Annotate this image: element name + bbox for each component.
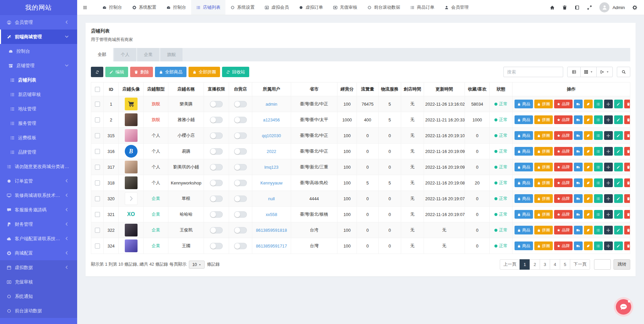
move-action-button[interactable] bbox=[604, 194, 613, 203]
owner-user-link[interactable]: null bbox=[268, 196, 275, 201]
row-checkbox[interactable] bbox=[95, 102, 100, 107]
owner-user-link[interactable]: Kennyyauw bbox=[260, 180, 282, 185]
sidebar-item[interactable]: 装修商城请联系技术人员 bbox=[0, 188, 77, 203]
move-action-button[interactable] bbox=[604, 115, 613, 124]
sidebar-item[interactable]: 虚拟数据 bbox=[0, 260, 77, 275]
owner-user-link[interactable]: a123456 bbox=[263, 117, 280, 122]
goods-action-button[interactable]: 商品 bbox=[515, 178, 533, 187]
groupbuy-action-button[interactable]: 拼團 bbox=[534, 115, 553, 124]
detail-list-action-button[interactable] bbox=[594, 100, 603, 108]
delete-action-button[interactable] bbox=[624, 131, 630, 140]
sidebar-item[interactable]: 订单监管 bbox=[0, 174, 77, 188]
sidebar-item[interactable]: 控制台 bbox=[0, 44, 77, 58]
row-checkbox[interactable] bbox=[95, 196, 100, 201]
groupbuy-action-button[interactable]: 拼團 bbox=[534, 163, 553, 171]
next-page-button[interactable]: 下一頁 bbox=[570, 259, 590, 270]
prev-page-button[interactable]: 上一頁 bbox=[500, 259, 520, 270]
topnav-tab[interactable]: 控制台 bbox=[161, 0, 191, 15]
sidebar-item[interactable]: 充值审核 bbox=[0, 275, 77, 289]
row-checkbox[interactable] bbox=[95, 228, 100, 233]
delete-button[interactable]: 删除 bbox=[130, 67, 153, 77]
brand-action-button[interactable]: 品牌 bbox=[554, 241, 573, 250]
groupbuy-action-button[interactable]: 拼團 bbox=[534, 210, 553, 219]
move-action-button[interactable] bbox=[604, 178, 613, 187]
row-checkbox[interactable] bbox=[95, 244, 100, 249]
detail-view-button[interactable] bbox=[567, 67, 581, 77]
sidebar-item[interactable]: 会员管理 bbox=[0, 15, 77, 30]
sidebar-item[interactable]: 客户端配置请联系技术人员 bbox=[0, 231, 77, 246]
page-button[interactable]: 4 bbox=[550, 259, 560, 270]
sidebar-item[interactable]: 地址管理 bbox=[0, 102, 77, 116]
topnav-tab[interactable]: 虚拟订单 bbox=[294, 0, 328, 15]
brand-action-button[interactable]: 品牌 bbox=[554, 131, 573, 140]
goods-action-button[interactable]: 商品 bbox=[515, 147, 533, 156]
detail-list-action-button[interactable] bbox=[594, 210, 603, 219]
delete-action-button[interactable] bbox=[624, 210, 630, 219]
sidebar-item[interactable]: 品牌管理 bbox=[0, 145, 77, 159]
logistics-action-button[interactable] bbox=[574, 194, 583, 203]
logistics-action-button[interactable] bbox=[574, 131, 583, 140]
leaf-action-button[interactable] bbox=[584, 226, 593, 234]
logistics-action-button[interactable] bbox=[574, 210, 583, 219]
topnav-tab[interactable]: 商品订单 bbox=[405, 0, 439, 15]
filter-tab[interactable]: 全部 bbox=[91, 48, 113, 61]
live-permission-toggle[interactable] bbox=[210, 227, 223, 233]
move-action-button[interactable] bbox=[604, 210, 613, 219]
all-goods-button[interactable]: 全部商品 bbox=[155, 67, 186, 77]
logistics-action-button[interactable] bbox=[574, 163, 583, 171]
brand-action-button[interactable]: 品牌 bbox=[554, 194, 573, 203]
settings-icon[interactable] bbox=[632, 5, 637, 10]
sidebar-item[interactable]: 商城配置 bbox=[0, 246, 77, 260]
logistics-action-button[interactable] bbox=[574, 241, 583, 250]
owner-user-link[interactable]: 8613859591717 bbox=[256, 244, 287, 249]
owner-user-link[interactable]: lmq123 bbox=[264, 165, 278, 170]
self-run-toggle[interactable] bbox=[234, 227, 247, 233]
page-button[interactable]: 3 bbox=[540, 259, 550, 270]
owner-user-link[interactable]: admin bbox=[266, 102, 277, 107]
detail-list-action-button[interactable] bbox=[594, 194, 603, 203]
topnav-tab[interactable]: 控制台 bbox=[97, 0, 127, 15]
sidebar-item[interactable]: 客服服务邀請碼 bbox=[0, 203, 77, 217]
live-permission-toggle[interactable] bbox=[210, 180, 223, 186]
groupbuy-action-button[interactable]: 拼團 bbox=[534, 241, 553, 250]
delete-action-button[interactable] bbox=[624, 194, 630, 203]
groupbuy-action-button[interactable]: 拼團 bbox=[534, 194, 553, 203]
logistics-action-button[interactable] bbox=[574, 178, 583, 187]
row-checkbox[interactable] bbox=[95, 165, 100, 170]
leaf-action-button[interactable] bbox=[584, 131, 593, 140]
page-button[interactable]: 2 bbox=[530, 259, 540, 270]
logistics-action-button[interactable] bbox=[574, 226, 583, 234]
self-run-toggle[interactable] bbox=[234, 117, 247, 123]
edit-action-button[interactable] bbox=[614, 210, 623, 219]
columns-button[interactable] bbox=[580, 67, 597, 77]
edit-action-button[interactable] bbox=[614, 178, 623, 187]
detail-list-action-button[interactable] bbox=[594, 178, 603, 187]
groupbuy-action-button[interactable]: 拼團 bbox=[534, 147, 553, 156]
row-checkbox[interactable] bbox=[95, 117, 100, 122]
leaf-action-button[interactable] bbox=[584, 194, 593, 203]
all-groupbuy-button[interactable]: 全部拼團 bbox=[189, 67, 220, 77]
groupbuy-action-button[interactable]: 拼團 bbox=[534, 178, 553, 187]
page-button[interactable]: 5 bbox=[560, 259, 570, 270]
owner-user-link[interactable]: 2022 bbox=[267, 149, 276, 154]
detail-list-action-button[interactable] bbox=[594, 147, 603, 156]
goods-action-button[interactable]: 商品 bbox=[515, 131, 533, 140]
edit-action-button[interactable] bbox=[614, 226, 623, 234]
filter-tab[interactable]: 企業 bbox=[137, 48, 159, 61]
self-run-toggle[interactable] bbox=[234, 180, 247, 186]
admin-menu[interactable]: Admin bbox=[599, 2, 625, 12]
delete-action-button[interactable] bbox=[624, 147, 630, 156]
topnav-tab[interactable]: 前台滚动数据 bbox=[362, 0, 405, 15]
row-checkbox[interactable] bbox=[95, 133, 100, 138]
live-permission-toggle[interactable] bbox=[210, 132, 223, 139]
owner-user-link[interactable]: 8613859591818 bbox=[256, 228, 287, 233]
filter-tab[interactable]: 个人 bbox=[114, 48, 136, 61]
topnav-tab[interactable]: 虚拟会员 bbox=[260, 0, 294, 15]
page-button[interactable]: 1 bbox=[520, 259, 530, 270]
select-all-checkbox[interactable] bbox=[95, 87, 100, 92]
brand-action-button[interactable]: 品牌 bbox=[554, 115, 573, 124]
move-action-button[interactable] bbox=[604, 241, 613, 250]
delete-action-button[interactable] bbox=[624, 115, 630, 124]
live-permission-toggle[interactable] bbox=[210, 117, 223, 123]
filter-tab[interactable]: 旗舰 bbox=[160, 48, 182, 61]
